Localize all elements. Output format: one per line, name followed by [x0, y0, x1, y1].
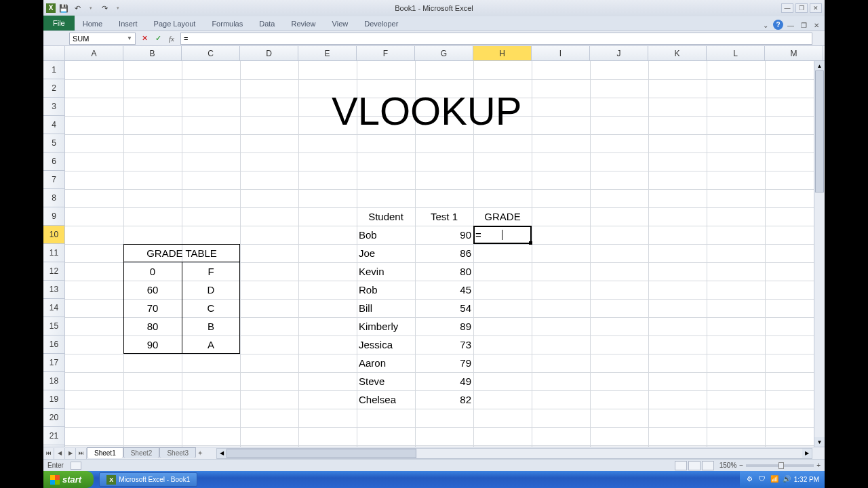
save-icon[interactable]: 💾 — [58, 3, 69, 14]
scroll-down-arrow[interactable]: ▼ — [814, 437, 825, 447]
col-header-h[interactable]: H — [473, 46, 532, 60]
tab-formulas[interactable]: Formulas — [203, 17, 251, 30]
scroll-up-arrow[interactable]: ▲ — [814, 61, 825, 70]
tab-home[interactable]: Home — [75, 17, 111, 30]
tray-clock[interactable]: 1:32 PM — [794, 476, 819, 483]
sheet-tab[interactable]: Sheet3 — [159, 447, 196, 458]
sheet-tab-active[interactable]: Sheet1 — [87, 447, 123, 458]
col-header-f[interactable]: F — [357, 46, 415, 60]
row-header[interactable]: 1 — [43, 61, 64, 79]
sheet-nav-first[interactable]: ⏮ — [43, 448, 54, 459]
undo-icon[interactable]: ↶ — [72, 3, 83, 14]
row-header[interactable]: 18 — [43, 372, 64, 390]
col-header-l[interactable]: L — [707, 46, 765, 60]
macro-record-icon[interactable] — [71, 462, 81, 470]
row-header[interactable]: 15 — [43, 317, 64, 336]
tab-insert[interactable]: Insert — [111, 17, 146, 30]
scroll-left-arrow[interactable]: ◀ — [217, 449, 226, 458]
taskbar-item-excel[interactable]: X Microsoft Excel - Book1 — [99, 472, 197, 487]
col-header-b[interactable]: B — [123, 46, 182, 60]
row-header[interactable]: 5 — [43, 134, 64, 152]
close-button[interactable]: ✕ — [810, 3, 822, 13]
row-header[interactable]: 20 — [43, 409, 64, 427]
tab-data[interactable]: Data — [251, 17, 283, 30]
redo-icon[interactable]: ↷ — [99, 3, 110, 14]
col-header-c[interactable]: C — [182, 46, 240, 60]
workbook-restore-button[interactable]: ❐ — [798, 20, 809, 30]
col-header-j[interactable]: J — [590, 46, 648, 60]
tab-review[interactable]: Review — [283, 17, 323, 30]
tray-icon[interactable]: 📶 — [770, 475, 779, 485]
row-header[interactable]: 21 — [43, 427, 64, 445]
insert-function-button[interactable]: fx — [165, 33, 178, 45]
row-header[interactable]: 11 — [43, 244, 64, 262]
col-header-d[interactable]: D — [240, 46, 298, 60]
zoom-out-button[interactable]: − — [739, 462, 743, 469]
tray-icon[interactable]: ⚙ — [745, 475, 755, 485]
active-cell-content[interactable]: = — [473, 226, 532, 244]
name-box[interactable]: SUM ▼ — [69, 33, 136, 45]
vertical-scrollbar[interactable]: ▲ ▼ — [814, 61, 825, 447]
row-header[interactable]: 19 — [43, 390, 64, 409]
enter-formula-button[interactable]: ✓ — [152, 33, 164, 45]
row-header[interactable]: 8 — [43, 189, 64, 207]
row-header[interactable]: 4 — [43, 116, 64, 134]
col-header-a[interactable]: A — [65, 46, 123, 60]
file-tab[interactable]: File — [43, 16, 75, 30]
zoom-slider-knob[interactable] — [778, 462, 784, 469]
row-header[interactable]: 13 — [43, 281, 64, 299]
page-break-view-button[interactable] — [702, 461, 714, 470]
active-cell-value: = — [475, 229, 481, 241]
horizontal-scrollbar[interactable]: ◀ ▶ — [216, 448, 812, 459]
restore-button[interactable]: ❐ — [795, 3, 808, 13]
tab-view[interactable]: View — [324, 17, 357, 30]
help-icon[interactable]: ? — [773, 20, 783, 30]
col-header-i[interactable]: I — [532, 46, 590, 60]
cancel-formula-button[interactable]: ✕ — [138, 33, 151, 45]
sheet-nav-next[interactable]: ▶ — [65, 448, 76, 459]
excel-icon[interactable]: X — [46, 3, 56, 13]
col-header-k[interactable]: K — [648, 46, 707, 60]
start-button[interactable]: start — [43, 471, 94, 488]
row-header[interactable]: 10 — [43, 226, 64, 244]
minimize-button[interactable]: — — [781, 3, 793, 13]
zoom-in-button[interactable]: + — [816, 462, 821, 469]
page-layout-view-button[interactable] — [688, 461, 701, 470]
workbook-close-button[interactable]: ✕ — [811, 20, 822, 30]
zoom-level[interactable]: 150% — [719, 462, 737, 469]
row-header[interactable]: 3 — [43, 98, 64, 116]
row-header[interactable]: 2 — [43, 79, 64, 98]
zoom-slider[interactable] — [746, 464, 814, 467]
row-header[interactable]: 6 — [43, 152, 64, 171]
name-box-dropdown-icon[interactable]: ▼ — [127, 35, 132, 41]
tab-page-layout[interactable]: Page Layout — [146, 17, 204, 30]
hscroll-thumb[interactable] — [226, 449, 416, 458]
select-all-corner[interactable] — [43, 46, 65, 60]
col-header-m[interactable]: M — [765, 46, 823, 60]
normal-view-button[interactable] — [675, 461, 687, 470]
col-header-e[interactable]: E — [298, 46, 357, 60]
formula-input[interactable]: = — [180, 33, 812, 45]
tray-icon[interactable]: 🛡 — [757, 475, 767, 485]
row-header[interactable]: 17 — [43, 354, 64, 372]
col-header-g[interactable]: G — [415, 46, 473, 60]
tab-developer[interactable]: Developer — [356, 17, 406, 30]
workbook-minimize-button[interactable]: — — [785, 20, 796, 30]
add-sheet-button[interactable]: ✦ — [197, 449, 210, 457]
grade-score: 80 — [123, 317, 182, 336]
ribbon-minimize-icon[interactable]: ⌄ — [760, 20, 771, 30]
row-header[interactable]: 12 — [43, 262, 64, 281]
row-header[interactable]: 14 — [43, 299, 64, 317]
sheet-nav-prev[interactable]: ◀ — [54, 448, 65, 459]
sheet-nav-last[interactable]: ⏭ — [76, 448, 87, 459]
cells-area[interactable]: VLOOKUP GRADE TABLE 0 F 60 D 70 C 80 B 9… — [65, 61, 825, 447]
sheet-tab[interactable]: Sheet2 — [123, 447, 160, 458]
row-header[interactable]: 9 — [43, 207, 64, 226]
tray-icon[interactable]: 🔊 — [782, 475, 791, 485]
row-header[interactable]: 7 — [43, 171, 64, 189]
vscroll-thumb[interactable] — [815, 70, 824, 192]
row-header[interactable]: 16 — [43, 336, 64, 354]
scroll-right-arrow[interactable]: ▶ — [802, 449, 812, 458]
undo-dropdown-icon[interactable]: ▾ — [85, 3, 96, 14]
qat-customize-icon[interactable]: ▾ — [113, 3, 123, 14]
